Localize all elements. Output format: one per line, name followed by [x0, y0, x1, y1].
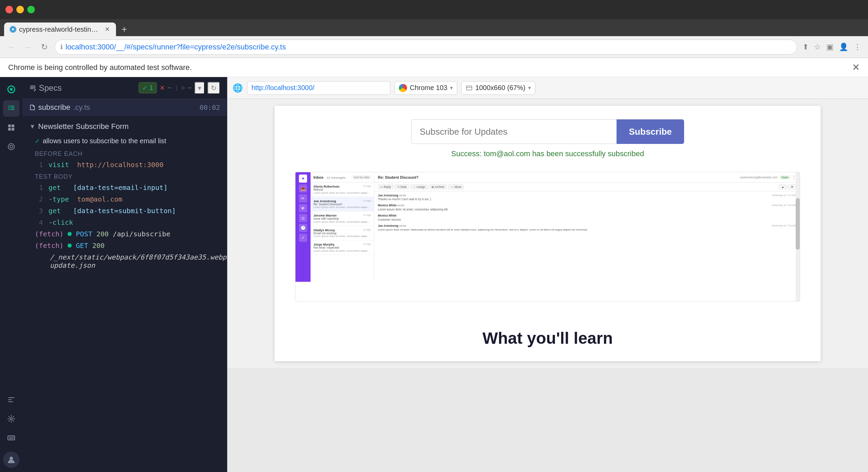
thread-wrote: wrote: [399, 194, 406, 197]
thread-from: Joe Armstrong: [378, 224, 398, 227]
thread-wrote: wrote: [399, 224, 406, 227]
filter-icon[interactable]: ⊙: [299, 214, 307, 222]
subscribe-button[interactable]: Subscribe: [617, 119, 684, 144]
archive-button[interactable]: ⊠ Archive: [429, 185, 447, 189]
code-line-1: 1 get [data-test=email-input]: [23, 182, 227, 193]
svg-rect-6: [10, 106, 14, 106]
compose-icon[interactable]: ✏: [299, 194, 307, 203]
assign-button[interactable]: ← Assign: [410, 185, 428, 189]
address-bar[interactable]: ℹ localhost:3000/__/#/specs/runner?file=…: [55, 40, 797, 55]
fetch-path-wrap: /_next/static/webpack/6f8f07d5f343ae35.w…: [23, 251, 227, 271]
email-subject: Not what I expected: [314, 246, 371, 249]
email-time: 14 ago: [363, 185, 371, 188]
sidebar-item-commands[interactable]: [3, 392, 19, 408]
refresh-button[interactable]: ↻: [207, 82, 220, 94]
svg-rect-5: [8, 106, 10, 106]
email-thread[interactable]: Yesterday at 7:21 AM Joe Armstrong wrote…: [374, 191, 799, 282]
back-button[interactable]: ←: [5, 41, 18, 53]
sort-label[interactable]: Sort by date: [352, 175, 371, 179]
pass-badge: ✓ 1: [139, 82, 157, 93]
thread-body: Customer Service: [378, 218, 796, 222]
sidebar-item-settings[interactable]: [3, 411, 19, 427]
svg-rect-20: [466, 86, 472, 90]
email-app-inner: ✦ 📥 ✏ 👁 ⊙ 🕐 ✓: [295, 172, 799, 282]
pass-count: 1: [149, 84, 153, 92]
email-input[interactable]: [411, 119, 617, 144]
new-tab-button[interactable]: +: [119, 23, 130, 36]
test-panel-header: Specs ✓ 1 ✕ -- | ○ -- ▾ ↻: [23, 77, 227, 99]
notification-close-button[interactable]: ✕: [852, 62, 860, 73]
browser-select[interactable]: Chrome 103 ▾: [394, 81, 457, 95]
reload-button[interactable]: ↻: [38, 41, 50, 53]
svg-point-1: [12, 28, 14, 30]
preview-content[interactable]: Subscribe Success: tom@aol.com has been …: [227, 99, 868, 368]
maximize-button[interactable]: [27, 6, 35, 13]
line-content: -type tom@aol.com: [48, 195, 122, 203]
inbox-count: · 12 messages: [325, 176, 346, 179]
email-item[interactable]: 14 ago Joe Armstrong Re: Student Discoun…: [310, 197, 374, 211]
prev-email-button[interactable]: ▲: [779, 185, 787, 189]
email-item[interactable]: 14 ago Gloria Robertson Refund Lorem ips…: [310, 182, 374, 197]
fetch-label: (fetch): [35, 230, 63, 238]
menu-icon[interactable]: ⋮: [852, 41, 863, 53]
suite-header[interactable]: ▼ Newsletter Subscribe Form: [23, 119, 227, 134]
email-time: 14 ago: [363, 214, 371, 217]
line-number: 4: [35, 218, 43, 226]
forward-button[interactable]: →: [22, 41, 34, 53]
email-item[interactable]: 14 ago Jerome Warren Issue with reportin…: [310, 211, 374, 226]
notification-bar: Chrome is being controlled by automated …: [0, 58, 868, 77]
inbox-icon[interactable]: 📥: [299, 185, 307, 193]
check-icon[interactable]: ✓: [299, 234, 307, 242]
learn-title: What you'll learn: [295, 329, 800, 348]
svg-rect-9: [8, 109, 10, 110]
email-item[interactable]: 14 ago Gladys Mccoy Email not working Lo…: [310, 226, 374, 240]
svg-rect-7: [8, 107, 10, 108]
fetch-method: POST: [76, 230, 92, 238]
svg-rect-13: [8, 128, 11, 131]
reply-button[interactable]: ↩ Reply: [378, 185, 393, 189]
cypress-logo: [3, 81, 19, 98]
sidebar-toggle-icon[interactable]: ▣: [825, 41, 835, 53]
preview-scrollbar[interactable]: [796, 172, 800, 301]
email-app-preview: ✦ 📥 ✏ 👁 ⊙ 🕐 ✓: [295, 172, 800, 301]
controls-chevron[interactable]: ▾: [194, 82, 205, 94]
size-select[interactable]: 1000x660 (67%) ▾: [461, 81, 535, 95]
sidebar-item-dashboard[interactable]: [3, 119, 19, 136]
move-button[interactable]: ↔ Move: [448, 185, 464, 189]
fetch-line-1: (fetch) POST 200 /api/subscribe: [23, 228, 227, 240]
fetch-label: (fetch): [35, 241, 63, 250]
inbox-title: Inbox: [314, 175, 323, 180]
preview-address[interactable]: http://localhost:3000/: [247, 81, 390, 95]
tab-bar: cypress-realworld-testing-cou ✕ +: [0, 19, 868, 36]
sidebar-item-preview[interactable]: [3, 138, 19, 155]
bookmark-icon[interactable]: ☆: [813, 41, 822, 53]
subscribe-section: Subscribe Success: tom@aol.com has been …: [275, 106, 821, 172]
subscribe-form: Subscribe: [411, 119, 684, 144]
scrollbar-thumb[interactable]: [796, 198, 800, 250]
sidebar-item-keyboard[interactable]: [3, 430, 19, 446]
user-avatar[interactable]: [3, 452, 19, 468]
test-case[interactable]: ✓ allows users to subscribe to the email…: [23, 134, 227, 148]
active-tab[interactable]: cypress-realworld-testing-cou ✕: [4, 23, 116, 36]
email-preview: Lorem ipsum dolor sit amet, consectetur …: [314, 235, 371, 238]
email-item[interactable]: 14 ago Jorge Murphy Not what I expected …: [310, 240, 374, 255]
test-panel: Specs ✓ 1 ✕ -- | ○ -- ▾ ↻: [23, 77, 227, 472]
email-list-header: Inbox · 12 messages Sort by date: [310, 172, 374, 182]
email-preview: Lorem ipsum dolor sit amet, consectetur …: [314, 206, 371, 209]
tab-close-button[interactable]: ✕: [104, 26, 111, 33]
note-button[interactable]: ✎ Note: [395, 185, 409, 189]
profile-icon[interactable]: 👤: [838, 41, 850, 53]
close-button[interactable]: [5, 6, 13, 13]
minimize-button[interactable]: [16, 6, 24, 13]
eye-icon[interactable]: 👁: [299, 204, 307, 212]
tab-title: cypress-realworld-testing-cou: [19, 26, 101, 33]
file-extension: .cy.ts: [73, 103, 90, 112]
clock-icon[interactable]: 🕐: [299, 224, 307, 232]
email-subject: Email not working: [314, 232, 371, 235]
share-icon[interactable]: ⬆: [801, 41, 810, 53]
sidebar-item-specs[interactable]: [3, 100, 19, 117]
test-body[interactable]: ▼ Newsletter Subscribe Form ✓ allows use…: [23, 116, 227, 472]
next-email-button[interactable]: ▼: [788, 185, 796, 189]
email-subject: Re: Student Discount?: [314, 203, 371, 206]
test-suite: ▼ Newsletter Subscribe Form ✓ allows use…: [23, 116, 227, 274]
